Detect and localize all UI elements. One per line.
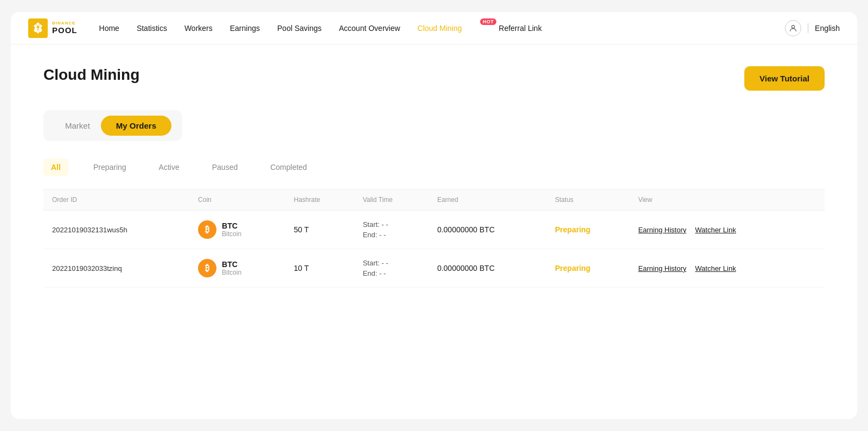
end-time: End: - - xyxy=(363,231,420,239)
coin-symbol: BTC xyxy=(222,221,241,230)
col-order-id: Order ID xyxy=(43,189,189,211)
coin-symbol: BTC xyxy=(222,260,241,269)
end-time: End: - - xyxy=(363,269,420,277)
cell-hashrate: 50 T xyxy=(285,211,354,249)
cell-status: Preparing xyxy=(546,249,629,288)
logo[interactable]: BINANCE POOL xyxy=(28,18,78,38)
orders-table: Order ID Coin Hashrate Valid Time Earned… xyxy=(43,189,825,288)
start-time: Start: - - xyxy=(363,259,420,267)
nav-link-cloud-mining-label: Cloud Mining xyxy=(418,24,462,33)
nav-link-cloud-mining[interactable]: Cloud Mining HOT xyxy=(418,24,482,33)
cell-view: Earning History Watcher Link xyxy=(629,211,825,249)
nav-link-account-overview[interactable]: Account Overview xyxy=(339,24,400,33)
cell-earned: 0.00000000 BTC xyxy=(429,211,546,249)
cell-order-id: 20221019032033tzinq xyxy=(43,249,189,288)
logo-bottom-text: POOL xyxy=(52,26,78,35)
earning-history-link[interactable]: Earning History xyxy=(638,264,686,272)
svg-point-9 xyxy=(792,25,794,28)
page-container: BINANCE POOL Home Statistics Workers Ear… xyxy=(11,12,857,419)
earning-history-link[interactable]: Earning History xyxy=(638,226,686,234)
filter-tab-all[interactable]: All xyxy=(43,159,68,176)
filter-tab-preparing[interactable]: Preparing xyxy=(86,159,134,176)
btc-icon: ₿ xyxy=(198,259,216,277)
status-badge: Preparing xyxy=(555,225,590,234)
cell-order-id: 20221019032131wus5h xyxy=(43,211,189,249)
watcher-link[interactable]: Watcher Link xyxy=(695,226,736,234)
nav-link-workers[interactable]: Workers xyxy=(184,24,213,33)
cell-status: Preparing xyxy=(546,211,629,249)
logo-text: BINANCE POOL xyxy=(52,21,78,35)
page-title: Cloud Mining xyxy=(43,66,139,84)
coin-full-name: Bitcoin xyxy=(222,269,241,276)
view-tutorial-button[interactable]: View Tutorial xyxy=(744,66,825,91)
table-row: 20221019032131wus5h ₿ BTC Bitcoin 50 T S… xyxy=(43,211,825,249)
navbar: BINANCE POOL Home Statistics Workers Ear… xyxy=(11,12,857,45)
col-view: View xyxy=(629,189,825,211)
col-status: Status xyxy=(546,189,629,211)
main-content: Cloud Mining View Tutorial Market My Ord… xyxy=(11,45,857,419)
nav-link-home[interactable]: Home xyxy=(99,24,119,33)
cell-valid-time: Start: - - End: - - xyxy=(354,211,429,249)
col-valid-time: Valid Time xyxy=(354,189,429,211)
tab-my-orders[interactable]: My Orders xyxy=(101,116,171,136)
col-hashrate: Hashrate xyxy=(285,189,354,211)
nav-link-earnings[interactable]: Earnings xyxy=(230,24,260,33)
btc-icon: ₿ xyxy=(198,220,216,239)
status-badge: Preparing xyxy=(555,264,590,272)
filter-tab-paused[interactable]: Paused xyxy=(205,159,245,176)
hot-badge: HOT xyxy=(480,18,497,25)
filter-tab-active[interactable]: Active xyxy=(151,159,187,176)
cell-coin: ₿ BTC Bitcoin xyxy=(189,211,285,249)
nav-link-statistics[interactable]: Statistics xyxy=(137,24,167,33)
cell-earned: 0.00000000 BTC xyxy=(429,249,546,288)
coin-full-name: Bitcoin xyxy=(222,230,241,238)
section-tabs: Market My Orders xyxy=(43,110,182,141)
start-time: Start: - - xyxy=(363,220,420,229)
user-icon[interactable] xyxy=(785,20,801,36)
cell-hashrate: 10 T xyxy=(285,249,354,288)
col-coin: Coin xyxy=(189,189,285,211)
watcher-link[interactable]: Watcher Link xyxy=(695,264,736,272)
binance-logo-icon xyxy=(28,18,48,38)
filter-tabs: All Preparing Active Paused Completed xyxy=(43,159,825,176)
nav-link-pool-savings[interactable]: Pool Savings xyxy=(277,24,322,33)
svg-rect-0 xyxy=(28,18,48,38)
language-selector[interactable]: English xyxy=(815,24,840,33)
col-earned: Earned xyxy=(429,189,546,211)
table-row: 20221019032033tzinq ₿ BTC Bitcoin 10 T S… xyxy=(43,249,825,288)
nav-links: Home Statistics Workers Earnings Pool Sa… xyxy=(99,24,786,33)
nav-link-referral[interactable]: Referral Link xyxy=(499,24,541,33)
account-icon xyxy=(789,24,797,33)
coin-info: BTC Bitcoin xyxy=(222,260,241,276)
cell-view: Earning History Watcher Link xyxy=(629,249,825,288)
cell-coin: ₿ BTC Bitcoin xyxy=(189,249,285,288)
filter-tab-completed[interactable]: Completed xyxy=(263,159,315,176)
cell-valid-time: Start: - - End: - - xyxy=(354,249,429,288)
page-header: Cloud Mining View Tutorial xyxy=(43,66,825,91)
coin-info: BTC Bitcoin xyxy=(222,221,241,238)
tab-market[interactable]: Market xyxy=(54,116,101,136)
nav-divider xyxy=(808,23,808,33)
nav-right: English xyxy=(785,20,840,36)
